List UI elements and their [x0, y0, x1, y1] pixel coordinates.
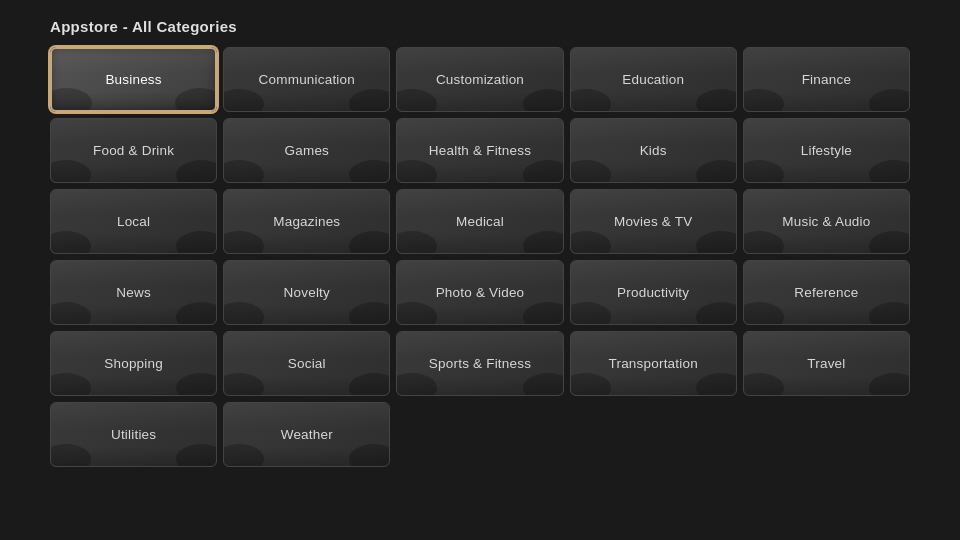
- category-cell-photo-video[interactable]: Photo & Video: [396, 260, 563, 325]
- category-cell-local[interactable]: Local: [50, 189, 217, 254]
- category-cell-business[interactable]: Business: [50, 47, 217, 112]
- deco-right: [349, 444, 390, 467]
- deco-right: [523, 160, 564, 183]
- category-label-transportation: Transportation: [609, 356, 698, 371]
- category-cell-education[interactable]: Education: [570, 47, 737, 112]
- category-cell-music-audio[interactable]: Music & Audio: [743, 189, 910, 254]
- category-cell-social[interactable]: Social: [223, 331, 390, 396]
- deco-left: [50, 231, 91, 254]
- category-label-magazines: Magazines: [273, 214, 340, 229]
- category-cell-reference[interactable]: Reference: [743, 260, 910, 325]
- deco-left: [50, 160, 91, 183]
- page-title: Appstore - All Categories: [0, 0, 960, 47]
- deco-right: [176, 444, 217, 467]
- category-cell-travel[interactable]: Travel: [743, 331, 910, 396]
- deco-right: [176, 231, 217, 254]
- deco-right: [176, 302, 217, 325]
- deco-left: [570, 373, 611, 396]
- category-label-sports-fitness: Sports & Fitness: [429, 356, 531, 371]
- category-label-news: News: [116, 285, 151, 300]
- category-label-social: Social: [288, 356, 326, 371]
- deco-right: [523, 231, 564, 254]
- category-cell-movies-tv[interactable]: Movies & TV: [570, 189, 737, 254]
- deco-right: [869, 160, 910, 183]
- category-cell-utilities[interactable]: Utilities: [50, 402, 217, 467]
- category-cell-medical[interactable]: Medical: [396, 189, 563, 254]
- deco-left: [570, 231, 611, 254]
- category-cell-transportation[interactable]: Transportation: [570, 331, 737, 396]
- category-label-lifestyle: Lifestyle: [801, 143, 852, 158]
- deco-left: [396, 231, 437, 254]
- deco-left: [743, 373, 784, 396]
- category-cell-communication[interactable]: Communication: [223, 47, 390, 112]
- deco-right: [869, 302, 910, 325]
- category-cell-games[interactable]: Games: [223, 118, 390, 183]
- category-label-health-fitness: Health & Fitness: [429, 143, 531, 158]
- category-cell-weather[interactable]: Weather: [223, 402, 390, 467]
- deco-left: [223, 302, 264, 325]
- deco-right: [696, 302, 737, 325]
- category-cell-sports-fitness[interactable]: Sports & Fitness: [396, 331, 563, 396]
- category-label-medical: Medical: [456, 214, 504, 229]
- deco-left: [396, 160, 437, 183]
- category-label-novelty: Novelty: [284, 285, 330, 300]
- category-label-movies-tv: Movies & TV: [614, 214, 692, 229]
- deco-left: [223, 160, 264, 183]
- deco-left: [743, 302, 784, 325]
- deco-left: [570, 89, 611, 112]
- deco-right: [523, 302, 564, 325]
- category-label-travel: Travel: [807, 356, 845, 371]
- deco-left: [743, 160, 784, 183]
- deco-left: [570, 160, 611, 183]
- category-label-customization: Customization: [436, 72, 524, 87]
- deco-right: [869, 231, 910, 254]
- category-cell-news[interactable]: News: [50, 260, 217, 325]
- deco-left: [223, 89, 264, 112]
- category-label-productivity: Productivity: [617, 285, 689, 300]
- category-label-education: Education: [622, 72, 684, 87]
- category-label-utilities: Utilities: [111, 427, 156, 442]
- category-label-finance: Finance: [802, 72, 851, 87]
- deco-left: [50, 88, 92, 112]
- deco-left: [223, 231, 264, 254]
- category-cell-productivity[interactable]: Productivity: [570, 260, 737, 325]
- category-label-local: Local: [117, 214, 150, 229]
- deco-right: [869, 89, 910, 112]
- category-label-weather: Weather: [281, 427, 333, 442]
- category-cell-novelty[interactable]: Novelty: [223, 260, 390, 325]
- category-label-food-drink: Food & Drink: [93, 143, 174, 158]
- deco-left: [743, 89, 784, 112]
- deco-left: [396, 373, 437, 396]
- deco-right: [696, 231, 737, 254]
- deco-right: [696, 160, 737, 183]
- category-label-business: Business: [105, 72, 161, 87]
- deco-left: [743, 231, 784, 254]
- deco-left: [396, 89, 437, 112]
- category-label-photo-video: Photo & Video: [436, 285, 525, 300]
- deco-right: [349, 231, 390, 254]
- deco-left: [223, 444, 264, 467]
- deco-right: [175, 88, 217, 112]
- category-cell-health-fitness[interactable]: Health & Fitness: [396, 118, 563, 183]
- deco-right: [523, 89, 564, 112]
- category-label-games: Games: [285, 143, 330, 158]
- category-cell-lifestyle[interactable]: Lifestyle: [743, 118, 910, 183]
- deco-right: [176, 373, 217, 396]
- category-cell-kids[interactable]: Kids: [570, 118, 737, 183]
- category-label-shopping: Shopping: [104, 356, 163, 371]
- deco-left: [50, 302, 91, 325]
- deco-right: [869, 373, 910, 396]
- category-label-reference: Reference: [794, 285, 858, 300]
- deco-right: [696, 89, 737, 112]
- category-cell-finance[interactable]: Finance: [743, 47, 910, 112]
- category-label-kids: Kids: [640, 143, 667, 158]
- deco-left: [570, 302, 611, 325]
- category-cell-customization[interactable]: Customization: [396, 47, 563, 112]
- deco-right: [696, 373, 737, 396]
- deco-left: [223, 373, 264, 396]
- deco-left: [50, 444, 91, 467]
- category-cell-magazines[interactable]: Magazines: [223, 189, 390, 254]
- category-cell-shopping[interactable]: Shopping: [50, 331, 217, 396]
- category-cell-food-drink[interactable]: Food & Drink: [50, 118, 217, 183]
- deco-right: [176, 160, 217, 183]
